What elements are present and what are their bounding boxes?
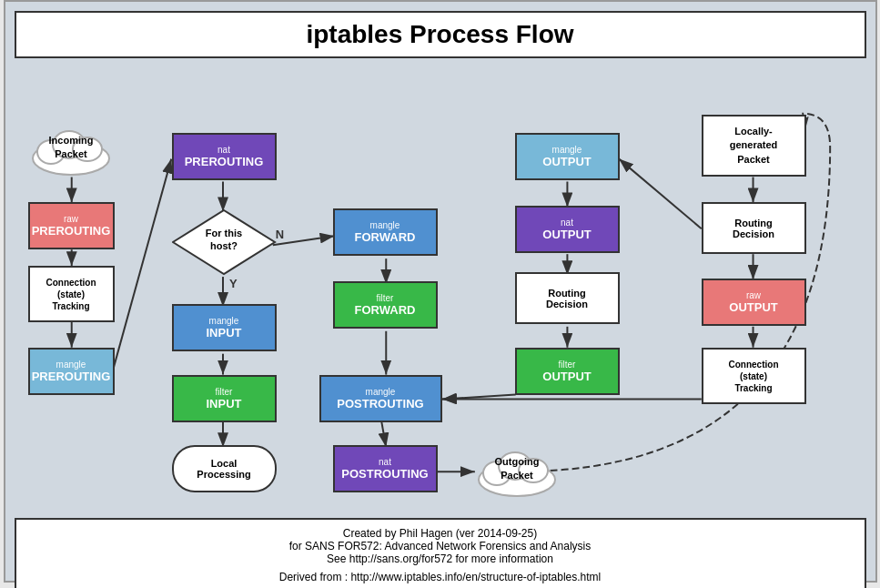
mangle-prerouting-main: PREROUTING (32, 370, 111, 383)
filter-output: filter OUTPUT (515, 348, 620, 395)
conn-tracking-2-label: Connection(state)Tracking (729, 359, 779, 394)
diagram-area: N Y IncomingPacket raw PREROUTING Connec… (15, 67, 866, 513)
main-container: iptables Process Flow (4, 0, 877, 583)
conn-tracking-1-label: Connection(state)Tracking (46, 277, 96, 312)
filter-input-main: INPUT (207, 397, 242, 411)
filter-input: filter INPUT (172, 375, 277, 422)
raw-output-sub: raw (746, 290, 761, 300)
footer: Created by Phil Hagen (ver 2014-09-25) f… (15, 518, 866, 588)
mangle-forward-main: FORWARD (355, 230, 416, 244)
nat-postrouting-sub: nat (379, 457, 391, 467)
nat-prerouting-sub: nat (217, 145, 230, 155)
nat-postrouting: nat POSTROUTING (333, 445, 438, 492)
incoming-packet-cloud: IncomingPacket (28, 117, 115, 177)
outgoing-packet-cloud: OutgoingPacket (474, 439, 561, 498)
local-processing: LocalProcessing (172, 445, 277, 492)
svg-line-23 (619, 159, 702, 229)
raw-prerouting-main: PREROUTING (32, 224, 111, 238)
nat-output: nat OUTPUT (515, 206, 620, 253)
raw-output-main: OUTPUT (729, 300, 777, 314)
raw-prerouting-sub: raw (64, 214, 78, 224)
routing-decision-right: RoutingDecision (702, 202, 806, 254)
footer-line1: Created by Phil Hagen (ver 2014-09-25) (24, 527, 857, 540)
mangle-output-top: mangle OUTPUT (515, 133, 620, 180)
mangle-input: mangle INPUT (172, 304, 277, 351)
svg-line-5 (112, 159, 171, 372)
nat-postrouting-main: POSTROUTING (341, 467, 428, 481)
outgoing-packet-label: OutgoingPacket (495, 455, 540, 482)
nat-output-main: OUTPUT (542, 228, 591, 241)
filter-output-main: OUTPUT (542, 370, 591, 383)
mangle-forward-sub: mangle (370, 220, 400, 230)
svg-text:Y: Y (228, 277, 237, 290)
raw-output: raw OUTPUT (702, 279, 806, 326)
footer-line5: Derived from : http://www.iptables.info/… (24, 571, 857, 583)
conn-tracking-2: Connection(state)Tracking (702, 348, 806, 404)
filter-output-sub: filter (559, 360, 576, 370)
mangle-input-main: INPUT (207, 326, 242, 340)
for-this-host-diamond: For thishost? (172, 208, 277, 277)
svg-line-10 (272, 236, 334, 245)
filter-forward-sub: filter (377, 293, 394, 303)
conn-tracking-1: Connection(state)Tracking (28, 266, 115, 322)
svg-line-15 (441, 395, 515, 400)
svg-line-13 (381, 421, 386, 447)
locally-generated-packet: Locally-generatedPacket (702, 115, 806, 177)
raw-prerouting: raw PREROUTING (28, 202, 115, 249)
nat-prerouting: nat PREROUTING (172, 133, 277, 180)
nat-prerouting-main: PREROUTING (185, 155, 264, 168)
mangle-output-top-main: OUTPUT (542, 155, 591, 168)
mangle-prerouting-sub: mangle (56, 360, 86, 370)
mangle-forward: mangle FORWARD (333, 208, 438, 256)
mangle-prerouting: mangle PREROUTING (28, 348, 115, 395)
page-title: iptables Process Flow (15, 11, 866, 58)
filter-forward: filter FORWARD (333, 281, 438, 329)
mangle-postrouting-main: POSTROUTING (337, 397, 423, 411)
footer-line2: for SANS FOR572: Advanced Network Forens… (24, 540, 857, 553)
locally-generated-label: Locally-generatedPacket (730, 125, 778, 167)
mangle-postrouting-sub: mangle (366, 387, 396, 397)
footer-line3: See http://sans.org/for572 for more info… (24, 553, 857, 565)
mangle-output-top-sub: mangle (552, 145, 582, 155)
routing-decision-mid-label: RoutingDecision (546, 288, 588, 309)
svg-text:N: N (275, 228, 283, 241)
filter-forward-main: FORWARD (355, 303, 416, 317)
local-processing-label: LocalProcessing (197, 458, 250, 480)
mangle-input-sub: mangle (209, 316, 239, 326)
filter-input-sub: filter (216, 387, 233, 397)
nat-output-sub: nat (561, 218, 573, 228)
incoming-packet-label: IncomingPacket (49, 134, 94, 160)
routing-decision-right-label: RoutingDecision (733, 218, 774, 239)
routing-decision-mid: RoutingDecision (515, 272, 620, 324)
for-this-host-label: For thishost? (172, 208, 277, 253)
mangle-postrouting: mangle POSTROUTING (319, 375, 442, 422)
